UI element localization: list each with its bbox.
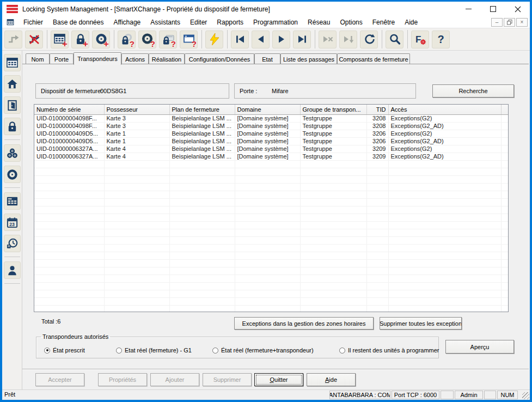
read-mifare-lock-icon[interactable]: ? bbox=[159, 31, 177, 48]
toolbar-separator bbox=[227, 30, 228, 48]
logout-icon[interactable] bbox=[25, 31, 43, 48]
tab-realisation[interactable]: Réalisation bbox=[149, 53, 185, 64]
nav-previous-icon[interactable] bbox=[252, 31, 270, 48]
program-lightning-icon[interactable] bbox=[205, 31, 223, 48]
new-transponder-icon[interactable]: + bbox=[92, 31, 110, 48]
menu-fenetre[interactable]: Fenêtre bbox=[368, 17, 400, 27]
col-numero-de-serie[interactable]: Numéro de série bbox=[34, 105, 104, 114]
tab-porte[interactable]: Porte bbox=[50, 53, 74, 64]
menu-assistants[interactable]: Assistants bbox=[145, 17, 185, 27]
menu-editer[interactable]: Editer bbox=[185, 17, 212, 27]
locking-plan-icon[interactable] bbox=[4, 54, 21, 71]
filter-settings-icon[interactable]: F bbox=[411, 31, 429, 48]
close-icon[interactable] bbox=[505, 2, 530, 16]
col-tid[interactable]: TID bbox=[366, 105, 388, 114]
toolbar-separator bbox=[407, 30, 408, 48]
col-domaine[interactable]: Domaine bbox=[235, 105, 300, 114]
table-row[interactable]: UID-010000006327A...Karte 4Beispielanlag… bbox=[34, 145, 508, 153]
table-row[interactable]: UID-010000004098F...Karte 3Beispielanlag… bbox=[34, 122, 508, 130]
tab-etat[interactable]: Etat bbox=[254, 53, 280, 64]
menu-programmation[interactable]: Programmation bbox=[248, 17, 303, 27]
lock-icon[interactable] bbox=[4, 118, 21, 135]
table-row[interactable]: UID-01000000409D5...Karte 1Beispielanlag… bbox=[34, 137, 508, 145]
tab-transpondeurs[interactable]: Transpondeurs bbox=[74, 52, 121, 65]
toolbar-separator bbox=[201, 30, 202, 48]
door-field-value: Mifare bbox=[272, 88, 289, 94]
menu-options[interactable]: Options bbox=[335, 17, 367, 27]
radio-etat-prescrit[interactable]: État prescrit bbox=[44, 347, 85, 354]
person-icon[interactable] bbox=[4, 261, 21, 279]
matrix-icon[interactable] bbox=[4, 192, 21, 210]
table-empty-row bbox=[34, 168, 508, 175]
dialog-area: Nom Porte Transpondeurs Actions Réalisat… bbox=[22, 51, 530, 389]
time-zone-icon[interactable] bbox=[4, 235, 21, 252]
menu-rapports[interactable]: Rapports bbox=[212, 17, 248, 27]
help-icon[interactable]: ? bbox=[432, 31, 450, 48]
table-row[interactable]: UID-01000000409D5...Karte 1Beispielanlag… bbox=[34, 130, 508, 137]
radio-unites-a-programmer[interactable]: Il restent des unités à programmer bbox=[339, 347, 439, 354]
tab-composants-de-fermeture[interactable]: Composants de fermeture bbox=[337, 53, 410, 64]
transponder-group-icon[interactable] bbox=[4, 144, 21, 162]
exceptions-button[interactable]: Exceptions dans la gestion des zones hor… bbox=[234, 317, 374, 330]
read-transponder-icon[interactable]: ? bbox=[138, 31, 156, 48]
add-button[interactable]: Ajouter bbox=[150, 373, 199, 386]
col-acces[interactable]: Accès bbox=[388, 105, 501, 114]
door-field: Porte : Mifare bbox=[234, 83, 416, 99]
search-icon[interactable] bbox=[386, 31, 403, 48]
tab-nom[interactable]: Nom bbox=[26, 53, 50, 64]
nav-next-icon[interactable] bbox=[272, 31, 290, 48]
table-cell: UID-01000000409D5... bbox=[34, 130, 104, 137]
cancel-icon[interactable] bbox=[319, 31, 337, 48]
transponder-icon[interactable] bbox=[4, 166, 21, 183]
col-plan-de-fermeture[interactable]: Plan de fermeture bbox=[169, 105, 235, 114]
menu-affichage[interactable]: Affichage bbox=[108, 17, 145, 27]
menu-reseau[interactable]: Réseau bbox=[303, 17, 335, 27]
col-groupe-transpondeurs[interactable]: Groupe de transpon... bbox=[300, 105, 366, 114]
new-locking-plan-icon[interactable]: + bbox=[51, 31, 69, 48]
col-possesseur[interactable]: Possesseur bbox=[104, 105, 169, 114]
mdi-minimize-icon[interactable]: – bbox=[491, 18, 503, 27]
refresh-icon[interactable] bbox=[360, 31, 378, 48]
table-empty-row bbox=[34, 275, 508, 282]
read-lock-icon[interactable]: ? bbox=[118, 31, 136, 48]
table-row[interactable]: UID-010000004098F...Karte 3Beispielanlag… bbox=[34, 114, 508, 122]
table-cell: Testgruppe bbox=[300, 130, 366, 137]
tab-actions[interactable]: Actions bbox=[121, 53, 149, 64]
mdi-close-icon[interactable]: × bbox=[516, 18, 528, 27]
minimize-icon[interactable] bbox=[456, 2, 481, 16]
new-lock-icon[interactable]: + bbox=[71, 31, 89, 48]
read-window-icon[interactable]: ? bbox=[180, 31, 198, 48]
tab-configuration-donnees[interactable]: Configuration/Données bbox=[185, 53, 254, 64]
delete-button[interactable]: Supprimer bbox=[203, 373, 252, 386]
radio-etat-reel-fermeture-transpondeur[interactable]: État réel (fermeture+transpondeur) bbox=[212, 347, 314, 354]
search-button[interactable]: Recherche bbox=[432, 84, 514, 98]
commit-icon[interactable] bbox=[339, 31, 357, 48]
tab-liste-des-passages[interactable]: Liste des passages bbox=[280, 53, 337, 64]
table-cell: UID-010000004098F... bbox=[34, 122, 104, 130]
login-icon[interactable] bbox=[4, 31, 22, 48]
building-icon[interactable] bbox=[4, 75, 21, 93]
radio-etat-reel-g1[interactable]: Etat réel (fermeture) - G1 bbox=[116, 347, 192, 354]
table-row[interactable]: UID-010000006327A...Karte 4Beispielanlag… bbox=[34, 153, 508, 160]
table-cell: Karte 4 bbox=[104, 145, 169, 153]
resize-grip-icon[interactable] bbox=[522, 392, 529, 399]
accept-button[interactable]: Accepter bbox=[35, 373, 84, 386]
table-header-row: Numéro de série Possesseur Plan de ferme… bbox=[34, 105, 508, 114]
door-icon[interactable] bbox=[4, 96, 21, 114]
preview-button[interactable]: Aperçu bbox=[445, 340, 514, 354]
help-button[interactable]: Aide bbox=[307, 373, 356, 386]
nav-first-icon[interactable] bbox=[231, 31, 249, 48]
properties-button[interactable]: Propriétés bbox=[98, 373, 147, 386]
toolbar-separator bbox=[315, 30, 315, 48]
mdi-restore-icon[interactable] bbox=[504, 18, 515, 27]
nav-last-icon[interactable] bbox=[293, 31, 311, 48]
calendar-icon[interactable]: 23 bbox=[4, 214, 21, 231]
toolbar-separator bbox=[47, 30, 47, 48]
menu-base-de-donnees[interactable]: Base de données bbox=[48, 17, 108, 27]
table-cell: 3206 bbox=[366, 130, 388, 137]
maximize-icon[interactable] bbox=[481, 2, 505, 16]
menu-aide[interactable]: Aide bbox=[400, 17, 423, 27]
quit-button[interactable]: Quitter bbox=[254, 373, 303, 386]
delete-exceptions-button[interactable]: Supprimer toutes les exception bbox=[380, 317, 462, 330]
menu-fichier[interactable]: Fichier bbox=[19, 17, 48, 27]
